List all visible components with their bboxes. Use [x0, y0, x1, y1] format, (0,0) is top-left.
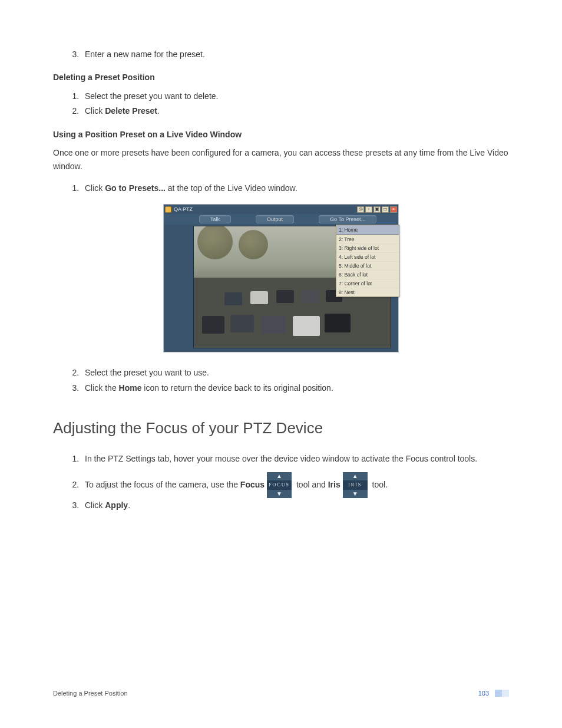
- delete-preset-label: Delete Preset: [105, 106, 157, 116]
- preset-item-4[interactable]: 4: Left side of lot: [336, 252, 399, 261]
- preset-item-3[interactable]: 3: Right side of lot: [336, 243, 399, 252]
- focus-step-1: In the PTZ Settings tab, hover your mous…: [81, 452, 509, 466]
- tab-output[interactable]: Output: [256, 215, 294, 223]
- rename-step-3: Enter a new name for the preset.: [81, 47, 509, 62]
- tab-goto-preset[interactable]: Go To Preset...: [319, 215, 376, 223]
- text-post: .: [157, 106, 160, 116]
- text-c: tool.: [370, 480, 388, 489]
- video-body: 1: Home 2: Tree 3: Right side of lot 4: …: [164, 225, 398, 352]
- use-step-3: Click the Home icon to return the device…: [81, 381, 509, 396]
- page-number: 103: [478, 690, 489, 697]
- heading-deleting-preset: Deleting a Preset Position: [53, 73, 509, 82]
- footer-section-title: Deleting a Preset Position: [53, 690, 128, 697]
- window-titlebar: QA PTZ ◎ ▫ ▣ ▭ ×: [164, 205, 398, 214]
- window-restore-button[interactable]: ▣: [373, 206, 381, 213]
- preset-item-8[interactable]: 8: Nest: [336, 288, 399, 297]
- apply-label: Apply: [105, 500, 128, 510]
- preset-item-6[interactable]: 6: Back of lot: [336, 270, 399, 279]
- text-pre: Click the: [85, 383, 119, 393]
- focus-tool-icon[interactable]: ▲FOCUS▼: [267, 472, 292, 498]
- preset-item-1[interactable]: 1: Home: [336, 225, 399, 235]
- window-extra-button[interactable]: ◎: [357, 206, 364, 213]
- text-pre: Click: [85, 183, 105, 193]
- focus-step-3: Click Apply.: [81, 498, 509, 513]
- preset-item-5[interactable]: 5: Middle of lot: [336, 261, 399, 270]
- window-tabbar: Talk Output Go To Preset...: [164, 214, 398, 225]
- text-a: To adjust the focus of the camera, use t…: [85, 480, 240, 489]
- footer-logo-icon: [495, 690, 509, 697]
- focus-step-2: To adjust the focus of the camera, use t…: [81, 472, 509, 498]
- iris-chip-label: IRIS: [343, 480, 368, 490]
- delete-step-2: Click Delete Preset.: [81, 104, 509, 118]
- text-pre: Click: [85, 106, 105, 116]
- text-post: .: [128, 500, 130, 510]
- focus-chip-label: FOCUS: [267, 480, 292, 490]
- focus-tool-label: Focus: [240, 480, 265, 489]
- window-maximize-button[interactable]: ▭: [382, 206, 389, 213]
- text-post: at the top of the Live Video window.: [166, 183, 297, 193]
- goto-presets-label: Go to Presets...: [105, 183, 166, 193]
- text-pre: Click: [85, 500, 105, 510]
- window-icon: [165, 206, 171, 213]
- tab-talk[interactable]: Talk: [199, 215, 231, 223]
- arrow-down-icon: ▼: [267, 490, 292, 498]
- window-minimize-button[interactable]: ▫: [365, 206, 372, 213]
- live-video-window: QA PTZ ◎ ▫ ▣ ▭ × Talk Output Go To Prese…: [163, 204, 399, 353]
- arrow-down-icon: ▼: [343, 490, 368, 498]
- iris-tool-label: Iris: [328, 480, 340, 489]
- text: Select the preset you want to use.: [85, 368, 209, 377]
- delete-step-1: Select the preset you want to delete.: [81, 89, 509, 104]
- text-b: tool and: [294, 480, 328, 489]
- text: In the PTZ Settings tab, hover your mous…: [85, 454, 477, 463]
- iris-tool-icon[interactable]: ▲IRIS▼: [343, 472, 368, 498]
- arrow-up-icon: ▲: [343, 472, 368, 480]
- page-footer: Deleting a Preset Position 103: [0, 690, 562, 720]
- text: Enter a new name for the preset.: [85, 50, 205, 59]
- text: Select the preset you want to delete.: [85, 91, 218, 101]
- preset-item-2[interactable]: 2: Tree: [336, 235, 399, 243]
- using-preset-intro: Once one or more presets have been confi…: [53, 146, 509, 174]
- home-icon-label: Home: [119, 383, 142, 393]
- use-step-2: Select the preset you want to use.: [81, 365, 509, 380]
- window-title: QA PTZ: [174, 206, 357, 212]
- window-close-button[interactable]: ×: [390, 206, 397, 213]
- use-step-1: Click Go to Presets... at the top of the…: [81, 181, 509, 196]
- preset-menu: 1: Home 2: Tree 3: Right side of lot 4: …: [336, 225, 399, 297]
- text-post: icon to return the device back to its or…: [141, 383, 333, 393]
- heading-using-preset: Using a Position Preset on a Live Video …: [53, 130, 509, 139]
- arrow-up-icon: ▲: [267, 472, 292, 480]
- heading-adjusting-focus: Adjusting the Focus of your PTZ Device: [53, 419, 509, 437]
- preset-item-7[interactable]: 7: Corner of lot: [336, 279, 399, 288]
